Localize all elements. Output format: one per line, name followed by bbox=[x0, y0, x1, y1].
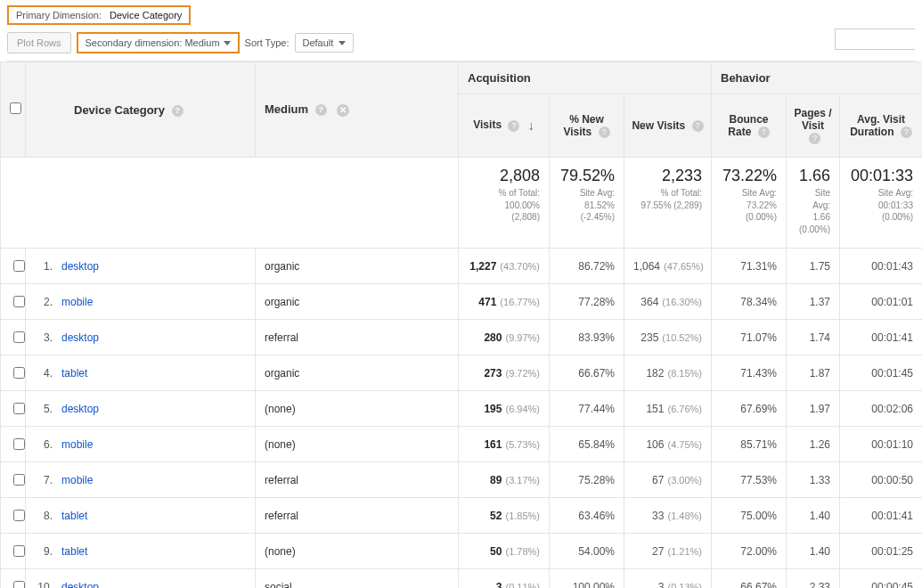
duration-cell: 00:02:06 bbox=[840, 391, 923, 427]
row-checkbox-cell[interactable] bbox=[1, 427, 26, 462]
summary-duration: 00:01:33 Site Avg: 00:01:33 (0.00%) bbox=[840, 158, 923, 249]
new-visits-header[interactable]: New Visits ? bbox=[624, 94, 712, 158]
row-checkbox[interactable] bbox=[13, 474, 25, 486]
visits-cell: 471(16.77%) bbox=[459, 284, 550, 320]
device-category-link[interactable]: desktop bbox=[61, 581, 99, 588]
medium-cell: (none) bbox=[256, 427, 459, 462]
table-row[interactable]: 6.mobile(none)161(5.73%)65.84%106(4.75%)… bbox=[1, 427, 923, 462]
row-checkbox[interactable] bbox=[13, 331, 25, 343]
device-category-header[interactable]: Device Category ? bbox=[26, 62, 256, 158]
select-all-checkbox[interactable] bbox=[10, 102, 21, 114]
duration-cell: 00:01:25 bbox=[840, 534, 923, 569]
row-checkbox-cell[interactable] bbox=[1, 355, 26, 391]
table-row[interactable]: 3.desktopreferral280(9.97%)83.93%235(10.… bbox=[1, 320, 923, 355]
pct-new-visits-cell: 100.00% bbox=[550, 569, 624, 588]
select-all-header[interactable] bbox=[1, 62, 26, 158]
row-checkbox-cell[interactable] bbox=[1, 320, 26, 355]
row-checkbox-cell[interactable] bbox=[1, 462, 26, 498]
duration-cell: 00:00:50 bbox=[840, 462, 923, 498]
row-checkbox-cell[interactable] bbox=[1, 284, 26, 320]
device-category-link[interactable]: mobile bbox=[61, 296, 93, 308]
duration-cell: 00:01:01 bbox=[840, 284, 923, 320]
row-checkbox-cell[interactable] bbox=[1, 569, 26, 588]
medium-cell: referral bbox=[256, 498, 459, 534]
visits-cell: 50(1.78%) bbox=[459, 534, 550, 569]
sort-type-label: Sort Type: bbox=[245, 37, 290, 48]
device-category-link[interactable]: desktop bbox=[61, 331, 99, 344]
bounce-rate-cell: 72.00% bbox=[712, 534, 787, 569]
device-category-link[interactable]: desktop bbox=[61, 403, 99, 415]
pages-per-visit-header[interactable]: Pages / Visit ? bbox=[787, 94, 840, 158]
row-checkbox[interactable] bbox=[13, 367, 25, 379]
device-category-link[interactable]: tablet bbox=[61, 545, 87, 558]
device-category-link[interactable]: desktop bbox=[61, 260, 99, 273]
table-row[interactable]: 4.tabletorganic273(9.72%)66.67%182(8.15%… bbox=[1, 355, 923, 391]
sort-type-dropdown[interactable]: Default bbox=[295, 33, 355, 53]
pct-new-visits-header[interactable]: % New Visits ? bbox=[550, 94, 624, 158]
pages-per-visit-cell: 1.87 bbox=[787, 355, 840, 391]
help-icon[interactable]: ? bbox=[901, 127, 912, 138]
primary-dimension-label: Primary Dimension: bbox=[16, 10, 102, 20]
table-row[interactable]: 9.tablet(none)50(1.78%)54.00%27(1.21%)72… bbox=[1, 534, 923, 569]
remove-secondary-dimension-icon[interactable]: ✕ bbox=[337, 104, 349, 117]
pct-new-visits-cell: 83.93% bbox=[550, 320, 624, 355]
duration-cell: 00:01:43 bbox=[840, 249, 923, 284]
help-icon[interactable]: ? bbox=[809, 133, 820, 144]
row-checkbox[interactable] bbox=[13, 438, 25, 450]
table-row[interactable]: 8.tabletreferral52(1.85%)63.46%33(1.48%)… bbox=[1, 498, 923, 534]
table-row[interactable]: 2.mobileorganic471(16.77%)77.28%364(16.3… bbox=[1, 284, 923, 320]
help-icon[interactable]: ? bbox=[758, 127, 770, 138]
pages-per-visit-cell: 1.74 bbox=[787, 320, 840, 355]
medium-cell: referral bbox=[256, 462, 459, 498]
device-category-cell: 9.tablet bbox=[26, 534, 256, 569]
secondary-dimension-label: Secondary dimension: Medium bbox=[86, 37, 220, 48]
help-icon[interactable]: ? bbox=[172, 105, 184, 117]
help-icon[interactable]: ? bbox=[599, 127, 610, 138]
device-category-link[interactable]: tablet bbox=[61, 510, 87, 522]
bounce-rate-cell: 67.69% bbox=[712, 391, 787, 427]
new-visits-cell: 33(1.48%) bbox=[624, 498, 712, 534]
table-row[interactable]: 10.desktopsocial3(0.11%)100.00%3(0.13%)6… bbox=[1, 569, 923, 588]
pages-per-visit-cell: 1.40 bbox=[787, 498, 840, 534]
row-checkbox[interactable] bbox=[13, 581, 25, 588]
device-category-link[interactable]: tablet bbox=[61, 367, 87, 380]
avg-visit-duration-header[interactable]: Avg. Visit Duration ? bbox=[840, 94, 923, 158]
table-row[interactable]: 5.desktop(none)195(6.94%)77.44%151(6.76%… bbox=[1, 391, 923, 427]
table-row[interactable]: 7.mobilereferral89(3.17%)75.28%67(3.00%)… bbox=[1, 462, 923, 498]
device-category-cell: 7.mobile bbox=[26, 462, 256, 498]
row-checkbox-cell[interactable] bbox=[1, 534, 26, 569]
row-checkbox[interactable] bbox=[13, 296, 25, 307]
pages-per-visit-cell: 2.33 bbox=[787, 569, 840, 588]
secondary-dimension-dropdown[interactable]: Secondary dimension: Medium bbox=[77, 32, 240, 53]
row-checkbox[interactable] bbox=[13, 260, 25, 272]
medium-cell: referral bbox=[256, 320, 459, 355]
device-category-cell: 5.desktop bbox=[26, 391, 256, 427]
bounce-rate-cell: 77.53% bbox=[712, 462, 787, 498]
help-icon[interactable]: ? bbox=[508, 120, 519, 132]
row-checkbox-cell[interactable] bbox=[1, 249, 26, 284]
visits-header[interactable]: Visits ? ↓ bbox=[459, 94, 550, 158]
row-checkbox-cell[interactable] bbox=[1, 498, 26, 534]
new-visits-cell: 106(4.75%) bbox=[624, 427, 712, 462]
search-input[interactable] bbox=[835, 29, 915, 50]
device-category-cell: 10.desktop bbox=[26, 569, 256, 588]
behavior-group-header: Behavior bbox=[712, 62, 923, 94]
device-category-link[interactable]: mobile bbox=[61, 474, 93, 486]
device-category-link[interactable]: mobile bbox=[61, 438, 93, 451]
help-icon[interactable]: ? bbox=[692, 120, 704, 132]
primary-dimension: Primary Dimension: Device Category bbox=[7, 5, 191, 25]
table-row[interactable]: 1.desktoporganic1,227(43.70%)86.72%1,064… bbox=[1, 249, 923, 284]
row-checkbox[interactable] bbox=[13, 510, 25, 521]
plot-rows-button[interactable]: Plot Rows bbox=[7, 32, 71, 53]
medium-cell: organic bbox=[256, 284, 459, 320]
pct-new-visits-cell: 54.00% bbox=[550, 534, 624, 569]
bounce-rate-cell: 75.00% bbox=[712, 498, 787, 534]
device-category-cell: 8.tablet bbox=[26, 498, 256, 534]
help-icon[interactable]: ? bbox=[315, 104, 327, 116]
row-checkbox[interactable] bbox=[13, 545, 25, 557]
row-checkbox-cell[interactable] bbox=[1, 391, 26, 427]
bounce-rate-header[interactable]: Bounce Rate ? bbox=[712, 94, 787, 158]
pct-new-visits-cell: 75.28% bbox=[550, 462, 624, 498]
row-checkbox[interactable] bbox=[13, 403, 25, 414]
medium-header[interactable]: Medium ? ✕ bbox=[256, 62, 459, 158]
